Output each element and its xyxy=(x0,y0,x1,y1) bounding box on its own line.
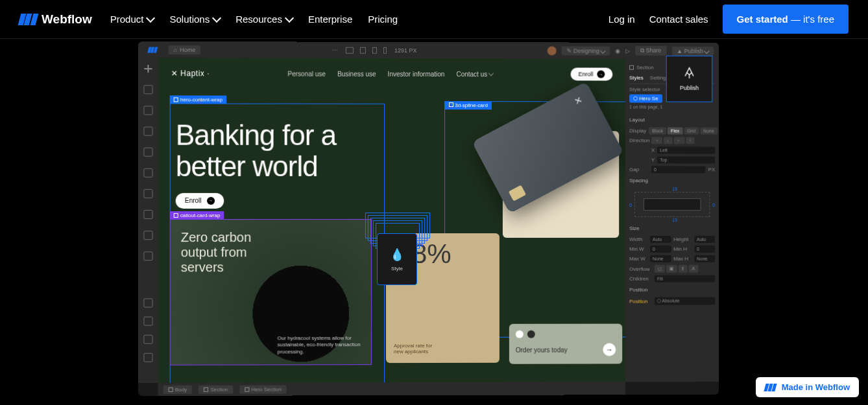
hero-title[interactable]: Banking for a better world xyxy=(171,104,384,182)
assets-icon[interactable] xyxy=(143,148,152,157)
components-icon[interactable] xyxy=(143,126,152,135)
cms-icon[interactable] xyxy=(143,168,152,178)
webflow-logo[interactable]: Webflow xyxy=(19,12,92,27)
nav-enterprise[interactable]: Enterprise xyxy=(308,14,352,25)
nav-investor[interactable]: Investor information xyxy=(388,70,445,77)
enroll-button[interactable]: Enroll→ xyxy=(176,193,224,209)
overflow-scroll-icon[interactable]: ⫿ xyxy=(679,265,688,273)
mobile-landscape-icon[interactable] xyxy=(372,47,377,53)
overflow-auto-icon[interactable]: A xyxy=(689,265,699,273)
mobile-icon[interactable] xyxy=(383,47,387,53)
chevron-down-icon xyxy=(488,71,494,76)
get-started-button[interactable]: Get started — it's free xyxy=(723,5,849,34)
pages-icon[interactable] xyxy=(143,85,152,94)
fit-field[interactable]: Fill xyxy=(655,275,715,283)
section-icon xyxy=(245,387,249,391)
tablet-icon[interactable] xyxy=(360,47,366,53)
width-field[interactable]: Auto xyxy=(650,236,671,243)
made-in-webflow-badge[interactable]: Made in Webflow xyxy=(756,377,859,397)
login-link[interactable]: Log in xyxy=(609,14,635,25)
height-field[interactable]: Auto xyxy=(694,236,715,243)
align-y-field[interactable]: Top xyxy=(657,156,715,163)
display-flex[interactable]: Flex xyxy=(668,127,682,134)
overflow-visible-icon[interactable]: ◻ xyxy=(655,265,665,273)
contact-sales-link[interactable]: Contact sales xyxy=(649,14,708,25)
spacing-control[interactable]: 15 15 0 0 xyxy=(629,187,715,222)
maxh-field[interactable]: None xyxy=(694,255,715,262)
settings-icon[interactable] xyxy=(143,298,152,307)
rocket-icon xyxy=(682,67,697,81)
logic-icon[interactable] xyxy=(143,231,152,240)
margin-bottom[interactable]: 15 xyxy=(672,218,677,222)
minh-field[interactable]: 0 xyxy=(694,246,715,253)
brand-text: Webflow xyxy=(42,12,92,27)
maxw-field[interactable]: None xyxy=(650,255,671,262)
crumb-hero[interactable]: Hero Section xyxy=(239,385,287,393)
callout-card-wrap[interactable]: Zero carbon output from servers Our hydr… xyxy=(170,219,372,365)
selection-label-hero[interactable]: hero-content-wrap xyxy=(170,95,226,104)
site-logo[interactable]: ✕ Haptix · xyxy=(171,69,210,78)
top-nav: Webflow Product Solutions Resources Ente… xyxy=(0,0,868,39)
ellipsis-icon[interactable]: ⋯ xyxy=(332,47,338,53)
rate-line2: new applicants xyxy=(394,349,492,355)
gap-row: Gap0PX xyxy=(629,165,715,174)
position-field[interactable]: ⬡ Absolute xyxy=(655,297,715,305)
enroll-pill[interactable]: Enroll→ xyxy=(571,67,613,80)
color-black[interactable] xyxy=(527,330,535,338)
display-none[interactable]: None xyxy=(700,128,717,135)
nav-personal[interactable]: Personal use xyxy=(287,70,326,77)
dir-rowrev-icon[interactable]: ← xyxy=(673,137,684,144)
nav-pricing[interactable]: Pricing xyxy=(368,14,398,25)
align-x-field[interactable]: Left xyxy=(657,146,715,154)
nav-resources[interactable]: Resources xyxy=(235,14,293,25)
mode-toggle[interactable]: ✎ Designing xyxy=(562,46,610,55)
publish-button[interactable]: ▲ Publish xyxy=(671,46,714,55)
overflow-hidden-icon[interactable]: ▣ xyxy=(666,265,677,273)
nav-contact[interactable]: Contact us xyxy=(456,71,493,78)
share-button[interactable]: ⧉ Share xyxy=(635,46,666,56)
navigator-icon[interactable] xyxy=(143,106,152,115)
add-element-icon[interactable] xyxy=(143,64,152,73)
play-icon[interactable]: ▷ xyxy=(625,47,630,54)
order-card[interactable]: Order yours today → xyxy=(509,324,622,364)
style-icon-card[interactable]: 💧 Style xyxy=(377,233,417,285)
nav-business[interactable]: Business use xyxy=(337,70,376,77)
nav-solutions[interactable]: Solutions xyxy=(169,14,220,25)
dir-row-icon[interactable]: → xyxy=(651,137,662,144)
design-canvas[interactable]: ✕ Haptix · Personal use Business use Inv… xyxy=(158,58,626,383)
margin-right[interactable]: 0 xyxy=(712,203,715,207)
audit-icon[interactable] xyxy=(143,335,152,344)
user-avatar[interactable] xyxy=(548,46,557,55)
arrow-right-icon[interactable]: → xyxy=(603,343,616,356)
users-icon[interactable] xyxy=(143,210,152,219)
selection-label-spline[interactable]: 3d-spline-card xyxy=(445,101,492,110)
topbar-center: ⋯ 1291 PX xyxy=(332,47,417,53)
color-white[interactable] xyxy=(516,330,524,338)
size-heading: Size xyxy=(629,222,715,235)
video-icon[interactable] xyxy=(143,353,152,362)
preview-icon[interactable]: ◉ xyxy=(615,47,620,54)
dir-colrev-icon[interactable]: ↑ xyxy=(686,137,694,144)
desktop-icon[interactable] xyxy=(346,47,354,53)
display-block[interactable]: Block xyxy=(649,127,666,134)
tab-styles[interactable]: Styles xyxy=(629,75,644,81)
display-grid[interactable]: Grid xyxy=(684,127,699,134)
badge-text: Made in Webflow xyxy=(782,382,850,392)
help-icon[interactable] xyxy=(143,317,152,326)
crumb-body[interactable]: Body xyxy=(163,385,193,393)
minw-field[interactable]: 0 xyxy=(650,246,671,253)
position-heading: Position xyxy=(629,284,715,296)
layout-heading: Layout xyxy=(629,113,715,126)
margin-top[interactable]: 15 xyxy=(672,187,677,191)
gap-field[interactable]: 0 xyxy=(651,166,706,173)
selection-label-callout[interactable]: callout-card-wrap xyxy=(170,211,224,220)
crumb-section[interactable]: Section xyxy=(199,385,233,393)
margin-left[interactable]: 0 xyxy=(629,203,632,207)
home-breadcrumb[interactable]: ⌂ Home xyxy=(169,45,201,54)
dir-col-icon[interactable]: ↓ xyxy=(664,137,672,144)
nav-product[interactable]: Product xyxy=(110,14,154,25)
class-chip[interactable]: ⬡ Hero Se xyxy=(629,95,662,103)
apps-icon[interactable] xyxy=(143,251,152,260)
ecommerce-icon[interactable] xyxy=(143,189,152,198)
designer-topbar: ⌂ Home ⋯ 1291 PX ✎ Designing ◉ ▷ ⧉ Share… xyxy=(138,41,719,59)
